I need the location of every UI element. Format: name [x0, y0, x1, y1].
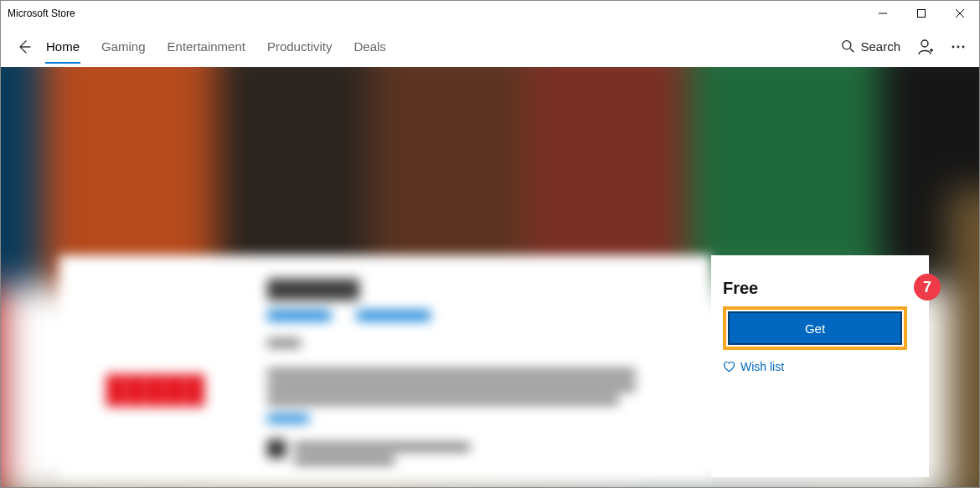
person-icon	[917, 39, 934, 55]
close-button[interactable]	[941, 1, 979, 26]
price-label: Free	[723, 279, 907, 298]
app-title-blurred	[267, 279, 359, 301]
minimize-button[interactable]	[864, 1, 902, 26]
step-highlight-box: Get	[723, 306, 907, 350]
svg-point-1	[843, 41, 851, 49]
tab-productivity[interactable]: Productivity	[267, 29, 333, 64]
window-title: Microsoft Store	[8, 8, 75, 19]
step-badge: 7	[914, 274, 941, 301]
ellipsis-icon	[951, 39, 966, 54]
svg-rect-0	[918, 10, 926, 18]
blurred-text	[267, 339, 301, 347]
toolbar-right: Search	[841, 39, 971, 55]
search-button[interactable]: Search	[841, 39, 900, 54]
back-button[interactable]	[9, 32, 39, 62]
more-button[interactable]	[951, 39, 966, 54]
get-button[interactable]: Get	[728, 311, 902, 345]
nav-tabs: Home Gaming Entertainment Productivity D…	[46, 29, 386, 64]
svg-point-5	[962, 45, 965, 48]
svg-point-2	[921, 40, 928, 47]
tab-deals[interactable]: Deals	[353, 29, 385, 64]
wishlist-link[interactable]: Wish list	[723, 360, 907, 373]
blurred-text	[267, 369, 636, 378]
product-page: █████ Free Get	[59, 255, 929, 477]
purchase-panel: Free Get Wish list 7	[711, 255, 929, 477]
title-bar: Microsoft Store	[1, 1, 979, 26]
svg-point-4	[957, 45, 960, 48]
product-main-blurred: █████	[59, 255, 711, 477]
search-label: Search	[860, 39, 900, 54]
maximize-button[interactable]	[902, 1, 941, 26]
blurred-text	[294, 456, 395, 465]
publisher-link-blurred	[267, 311, 331, 321]
window-controls	[864, 1, 979, 26]
hero-area: █████ Free Get	[1, 67, 979, 487]
app-window: Microsoft Store Home Gaming Entertainmen…	[0, 0, 980, 488]
app-logo: █████	[76, 356, 235, 423]
blurred-text	[294, 443, 470, 451]
tab-entertainment[interactable]: Entertainment	[168, 29, 245, 64]
heart-icon	[723, 361, 735, 373]
wishlist-label: Wish list	[740, 360, 784, 373]
rating-icon-blurred	[267, 439, 286, 458]
back-arrow-icon	[16, 39, 33, 55]
account-button[interactable]	[917, 39, 934, 55]
blurred-text	[267, 414, 309, 423]
command-bar: Home Gaming Entertainment Productivity D…	[1, 26, 979, 67]
tab-home[interactable]: Home	[46, 29, 80, 64]
blurred-text	[267, 396, 619, 404]
blurred-text	[267, 383, 636, 391]
share-link-blurred	[357, 311, 431, 321]
search-icon	[841, 39, 855, 54]
svg-point-3	[952, 45, 955, 48]
tab-gaming[interactable]: Gaming	[101, 29, 146, 64]
